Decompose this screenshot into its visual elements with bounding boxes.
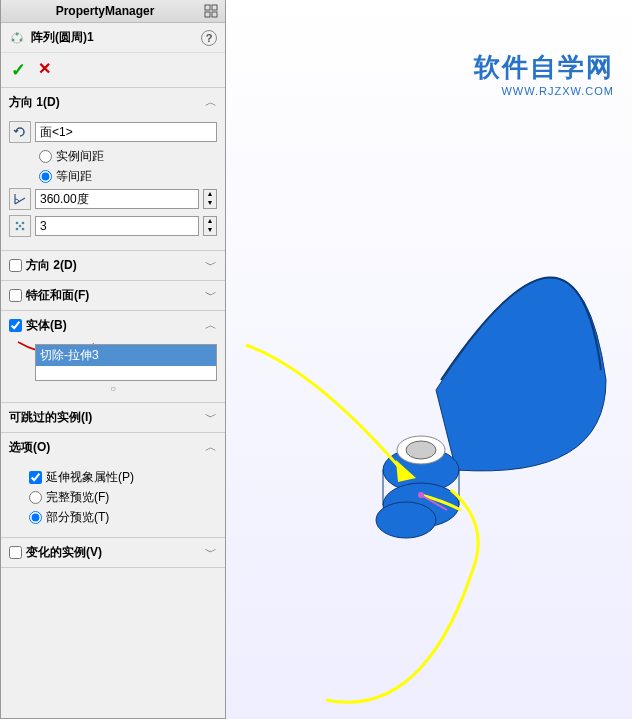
- feature-row: 阵列(圆周)1 ?: [1, 23, 225, 53]
- features-faces-label: 特征和面(F): [26, 287, 89, 304]
- svg-rect-0: [205, 5, 210, 10]
- radio-instance-spacing-input[interactable]: [39, 150, 52, 163]
- radio-equal-spacing-label: 等间距: [56, 168, 92, 185]
- partial-preview-row[interactable]: 部分预览(T): [29, 509, 217, 526]
- varied-checkbox[interactable]: [9, 546, 22, 559]
- resize-handle-icon[interactable]: ○: [9, 383, 217, 394]
- bodies-label: 实体(B): [26, 317, 67, 334]
- count-input[interactable]: [35, 216, 199, 236]
- chevron-up-icon: ︿: [205, 94, 217, 111]
- section-skippable: 可跳过的实例(I) ﹀: [1, 403, 225, 433]
- chevron-down-icon: ﹀: [205, 544, 217, 561]
- watermark-cn: 软件自学网: [474, 50, 614, 85]
- angle-spinner[interactable]: ▲▼: [203, 189, 217, 209]
- chevron-down-icon: ﹀: [205, 257, 217, 274]
- feature-name: 阵列(圆周)1: [31, 29, 201, 46]
- full-preview-label: 完整预览(F): [46, 489, 109, 506]
- watermark: 软件自学网 WWW.RJZXW.COM: [474, 50, 614, 97]
- svg-point-16: [406, 441, 436, 459]
- full-preview-row[interactable]: 完整预览(F): [29, 489, 217, 506]
- svg-point-17: [376, 502, 436, 538]
- reverse-direction-icon[interactable]: [9, 121, 31, 143]
- section-direction2: 方向 2(D) ﹀: [1, 251, 225, 281]
- section-header-skippable[interactable]: 可跳过的实例(I) ﹀: [1, 403, 225, 432]
- radio-instance-spacing[interactable]: 实例间距: [39, 148, 217, 165]
- svg-point-19: [418, 492, 424, 498]
- confirm-row: ✓ ✕: [1, 53, 225, 88]
- count-spinner[interactable]: ▲▼: [203, 216, 217, 236]
- svg-rect-3: [212, 12, 217, 17]
- direction2-checkbox[interactable]: [9, 259, 22, 272]
- skippable-label: 可跳过的实例(I): [9, 409, 92, 426]
- varied-label: 变化的实例(V): [26, 544, 102, 561]
- partial-preview-label: 部分预览(T): [46, 509, 109, 526]
- full-preview-radio[interactable]: [29, 491, 42, 504]
- radio-equal-spacing-input[interactable]: [39, 170, 52, 183]
- section-header-options[interactable]: 选项(O) ︿: [1, 433, 225, 462]
- section-header-direction1[interactable]: 方向 1(D) ︿: [1, 88, 225, 117]
- options-label: 选项(O): [9, 439, 50, 456]
- direction2-label: 方向 2(D): [26, 257, 77, 274]
- partial-preview-radio[interactable]: [29, 511, 42, 524]
- chevron-up-icon: ︿: [205, 317, 217, 334]
- angle-input[interactable]: [35, 189, 199, 209]
- section-header-bodies[interactable]: 实体(B) ︿: [1, 311, 225, 340]
- angle-icon[interactable]: [9, 188, 31, 210]
- chevron-down-icon: ﹀: [205, 409, 217, 426]
- svg-point-8: [16, 222, 19, 225]
- extend-visual-row[interactable]: 延伸视象属性(P): [29, 469, 217, 486]
- instances-icon[interactable]: [9, 215, 31, 237]
- features-faces-checkbox[interactable]: [9, 289, 22, 302]
- section-features-faces: 特征和面(F) ﹀: [1, 281, 225, 311]
- axis-input[interactable]: [35, 122, 217, 142]
- circular-pattern-icon: [9, 30, 25, 46]
- radio-instance-spacing-label: 实例间距: [56, 148, 104, 165]
- section-header-direction2[interactable]: 方向 2(D) ﹀: [1, 251, 225, 280]
- section-header-features-faces[interactable]: 特征和面(F) ﹀: [1, 281, 225, 310]
- section-bodies: 实体(B) ︿ 切除-拉伸3 ○: [1, 311, 225, 403]
- chevron-down-icon: ﹀: [205, 287, 217, 304]
- viewport[interactable]: 软件自学网 WWW.RJZXW.COM 方向一 间距: ▲▼ 实例: ▲▼: [226, 0, 632, 719]
- panel-title: PropertyManager: [7, 4, 203, 18]
- svg-rect-2: [205, 12, 210, 17]
- extend-visual-label: 延伸视象属性(P): [46, 469, 134, 486]
- svg-rect-1: [212, 5, 217, 10]
- bodies-list[interactable]: 切除-拉伸3: [35, 344, 217, 381]
- ok-button[interactable]: ✓: [11, 59, 26, 81]
- cancel-button[interactable]: ✕: [38, 59, 51, 81]
- bodies-checkbox[interactable]: [9, 319, 22, 332]
- watermark-en: WWW.RJZXW.COM: [474, 85, 614, 97]
- section-options: 选项(O) ︿ 延伸视象属性(P) 完整预览(F) 部分预览(T): [1, 433, 225, 538]
- svg-point-12: [19, 225, 22, 228]
- chevron-up-icon: ︿: [205, 439, 217, 456]
- panel-header: PropertyManager: [1, 0, 225, 23]
- pin-icon[interactable]: [203, 3, 219, 19]
- svg-point-10: [16, 228, 19, 231]
- list-empty-row: [36, 366, 216, 380]
- extend-visual-checkbox[interactable]: [29, 471, 42, 484]
- model-preview: [226, 0, 632, 719]
- help-icon[interactable]: ?: [201, 30, 217, 46]
- direction1-label: 方向 1(D): [9, 94, 60, 111]
- list-item[interactable]: 切除-拉伸3: [36, 345, 216, 366]
- radio-equal-spacing[interactable]: 等间距: [39, 168, 217, 185]
- section-direction1: 方向 1(D) ︿ 实例间距 等间距: [1, 88, 225, 251]
- svg-point-11: [22, 228, 25, 231]
- section-header-varied[interactable]: 变化的实例(V) ﹀: [1, 538, 225, 567]
- section-varied: 变化的实例(V) ﹀: [1, 538, 225, 568]
- svg-point-9: [22, 222, 25, 225]
